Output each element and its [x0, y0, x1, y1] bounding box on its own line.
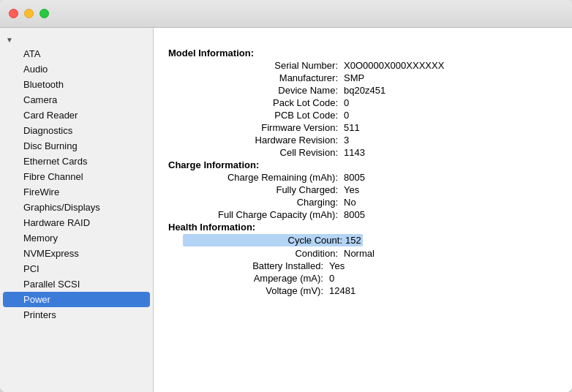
info-row: Fully Charged:Yes	[168, 184, 557, 196]
info-label: Manufacturer:	[183, 72, 344, 83]
info-value: 8005	[344, 209, 365, 220]
section-label: Model Information:	[168, 48, 254, 59]
info-value: No	[344, 197, 356, 208]
detail-panel: Model Information:Serial Number:X0O0000X…	[154, 28, 572, 392]
section-row: Health Information:	[168, 221, 557, 233]
info-value: 3	[344, 135, 349, 146]
info-row: Firmware Version:511	[168, 121, 557, 134]
main-content: ▼ ATAAudioBluetoothCameraCard ReaderDiag…	[0, 28, 572, 392]
bottom-rows: Battery Installed:YesAmperage (mA):0Volt…	[168, 260, 557, 297]
traffic-lights	[9, 9, 49, 18]
info-label: Cycle Count:	[183, 234, 344, 246]
info-row: Full Charge Capacity (mAh):8005	[168, 208, 557, 221]
info-row: PCB Lot Code:0	[168, 109, 557, 121]
sidebar-item-camera[interactable]: Camera	[3, 92, 150, 108]
highlighted-row: Cycle Count:152	[183, 234, 363, 246]
info-value: 0	[344, 97, 349, 108]
sidebar-item-bluetooth[interactable]: Bluetooth	[3, 77, 150, 92]
section-row: Charge Information:	[168, 159, 557, 171]
sidebar-item-hardware-raid[interactable]: Hardware RAID	[3, 215, 150, 230]
info-label: Charging:	[183, 197, 344, 208]
sidebar-item-ethernet-cards[interactable]: Ethernet Cards	[3, 154, 150, 169]
section-label: Health Information:	[168, 222, 255, 233]
info-row: Cycle Count:152	[168, 233, 557, 247]
info-row: Hardware Revision:3	[168, 134, 557, 146]
info-row: Serial Number:X0O0000X000XXXXXX	[168, 59, 557, 72]
section-row: Model Information:	[168, 47, 557, 59]
info-value: 0	[344, 110, 349, 121]
info-row: Device Name:bq20z451	[168, 84, 557, 97]
bottom-info-row: Voltage (mV):12481	[168, 284, 557, 297]
info-row: Charging:No	[168, 196, 557, 208]
info-label: Device Name:	[183, 85, 344, 96]
info-value: 152	[344, 234, 363, 246]
bottom-info-row: Battery Installed:Yes	[168, 260, 557, 272]
info-label: Serial Number:	[183, 60, 344, 71]
info-value: 1143	[344, 147, 365, 158]
info-value: 12481	[329, 285, 355, 296]
info-label: Hardware Revision:	[183, 135, 344, 146]
info-label: Fully Charged:	[183, 184, 344, 195]
sidebar-item-memory[interactable]: Memory	[3, 230, 150, 246]
info-label: Condition:	[183, 248, 344, 259]
sidebar-item-firewire[interactable]: FireWire	[3, 184, 150, 200]
detail-sections: Model Information:Serial Number:X0O0000X…	[168, 47, 557, 260]
info-label: Voltage (mV):	[168, 285, 329, 296]
close-button[interactable]	[9, 9, 18, 18]
info-value: Yes	[329, 260, 345, 271]
info-row: Charge Remaining (mAh):8005	[168, 171, 557, 184]
sidebar-item-graphics-displays[interactable]: Graphics/Displays	[3, 200, 150, 215]
sidebar-item-ata[interactable]: ATA	[3, 46, 150, 61]
sidebar-item-diagnostics[interactable]: Diagnostics	[3, 123, 150, 138]
info-value: 0	[329, 273, 334, 284]
bottom-info-row: Amperage (mA):0	[168, 272, 557, 284]
minimize-button[interactable]	[24, 9, 34, 18]
info-label: Pack Lot Code:	[183, 97, 344, 108]
sidebar-item-fibre-channel[interactable]: Fibre Channel	[3, 169, 150, 184]
sidebar-item-disc-burning[interactable]: Disc Burning	[3, 138, 150, 154]
info-row: Pack Lot Code:0	[168, 97, 557, 109]
section-label: Charge Information:	[168, 159, 259, 170]
info-label: Amperage (mA):	[168, 273, 329, 284]
sidebar: ▼ ATAAudioBluetoothCameraCard ReaderDiag…	[0, 28, 154, 392]
collapse-arrow-icon: ▼	[6, 36, 13, 44]
sidebar-item-audio[interactable]: Audio	[3, 61, 150, 77]
info-value: SMP	[344, 72, 364, 83]
sidebar-item-nvmexpress[interactable]: NVMExpress	[3, 246, 150, 261]
sidebar-items-container: ATAAudioBluetoothCameraCard ReaderDiagno…	[0, 46, 153, 323]
info-value: Yes	[344, 184, 359, 195]
sidebar-item-power[interactable]: Power	[3, 292, 150, 307]
titlebar	[0, 0, 572, 28]
maximize-button[interactable]	[39, 9, 49, 18]
info-value: 8005	[344, 172, 365, 183]
info-label: Full Charge Capacity (mAh):	[183, 209, 344, 220]
info-row: Cell Revision:1143	[168, 146, 557, 159]
info-label: Firmware Version:	[183, 122, 344, 133]
info-label: PCB Lot Code:	[183, 110, 344, 121]
info-value: bq20z451	[344, 85, 385, 96]
info-row: Manufacturer:SMP	[168, 72, 557, 84]
info-value: Normal	[344, 248, 375, 259]
sidebar-item-card-reader[interactable]: Card Reader	[3, 108, 150, 123]
info-label: Cell Revision:	[183, 147, 344, 158]
info-label: Battery Installed:	[168, 260, 329, 271]
info-value: 511	[344, 122, 360, 133]
sidebar-item-printers[interactable]: Printers	[3, 307, 150, 323]
window: ▼ ATAAudioBluetoothCameraCard ReaderDiag…	[0, 0, 572, 392]
sidebar-item-pci[interactable]: PCI	[3, 261, 150, 276]
sidebar-section-hardware[interactable]: ▼	[0, 34, 153, 46]
info-row: Condition:Normal	[168, 247, 557, 260]
info-label: Charge Remaining (mAh):	[183, 172, 344, 183]
info-value: X0O0000X000XXXXXX	[344, 60, 444, 71]
sidebar-item-parallel-scsi[interactable]: Parallel SCSI	[3, 276, 150, 292]
